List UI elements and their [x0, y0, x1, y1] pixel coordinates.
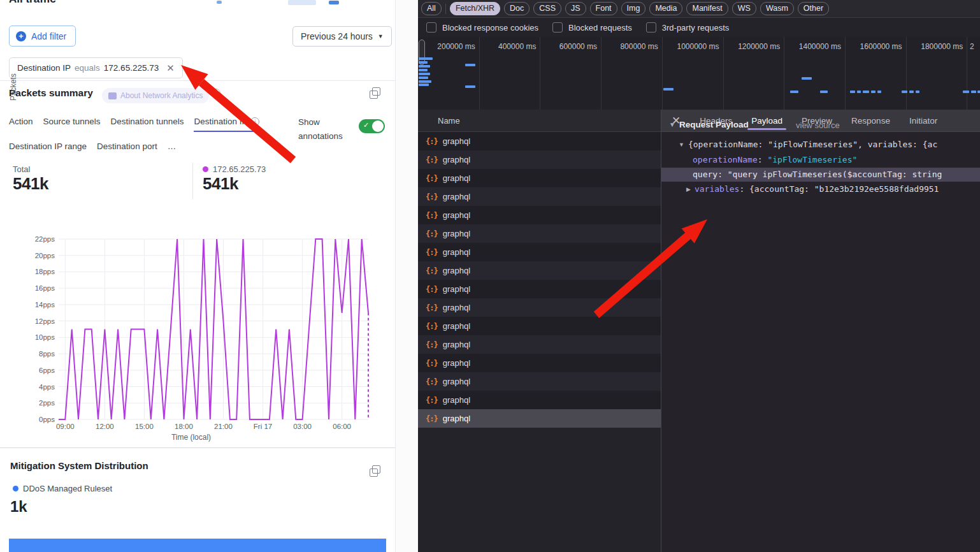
checkbox-blocked-response-cookies[interactable]: Blocked response cookies: [426, 22, 538, 33]
request-row-graphql[interactable]: {:}graphql: [418, 298, 661, 317]
devtools-network-panel: AllFetch/XHRDocCSSJSFontImgMediaManifest…: [418, 0, 980, 552]
request-row-graphql[interactable]: {:}graphql: [418, 354, 661, 372]
divider: [0, 80, 396, 81]
about-network-analytics-badge[interactable]: About Network Analytics: [102, 88, 209, 103]
expand-panel-icon[interactable]: [370, 91, 378, 99]
waterfall-mark: [419, 73, 430, 75]
waterfall-mark: [465, 64, 475, 66]
filter-pill-js[interactable]: JS: [565, 2, 586, 15]
x-tick: Fri 17: [254, 423, 272, 430]
add-filter-button[interactable]: + Add filter: [9, 25, 76, 47]
timeline-gridline: [479, 37, 480, 110]
timeline-gridline: [784, 37, 784, 110]
show-annotations-toggle[interactable]: ✓: [359, 119, 385, 133]
x-tick: 09:00: [56, 423, 75, 430]
request-name: graphql: [443, 358, 470, 368]
json-braces-icon: {:}: [426, 303, 438, 312]
payload-query-line[interactable]: query: "query ipFlowTimeseries($accountT…: [693, 170, 942, 179]
request-row-graphql[interactable]: {:}graphql: [418, 150, 661, 169]
filter-pill-all[interactable]: All: [421, 2, 442, 15]
request-row-graphql[interactable]: {:}graphql: [418, 409, 661, 428]
stat-total-value: 541k: [13, 174, 48, 194]
requests-list: Name {:}graphql{:}graphql{:}graphql{:}gr…: [418, 110, 661, 552]
network-overview-timeline[interactable]: 200000 ms400000 ms600000 ms800000 ms1000…: [418, 37, 980, 110]
tab-destination-tunnels[interactable]: Destination tunnels: [111, 117, 184, 132]
active-filter-pill[interactable]: Destination IP equals 172.65.225.73 ✕: [9, 57, 183, 78]
expand-panel-icon[interactable]: [370, 468, 378, 477]
request-row-graphql[interactable]: {:}graphql: [418, 372, 661, 391]
checkbox-icon[interactable]: [552, 22, 563, 33]
filter-pill-other[interactable]: Other: [798, 2, 829, 15]
waterfall-mark: [863, 91, 869, 93]
request-row-graphql[interactable]: {:}graphql: [418, 132, 661, 150]
checkbox-blocked-requests[interactable]: Blocked requests: [552, 22, 632, 33]
check-icon: ✓: [363, 121, 369, 129]
request-name: graphql: [443, 377, 470, 386]
view-source-link[interactable]: view source: [796, 120, 840, 130]
y-tick: 2pps: [17, 399, 55, 407]
packets-summary-title: Packets summary: [9, 87, 93, 99]
remove-filter-icon[interactable]: ✕: [166, 62, 175, 74]
filter-operator: equals: [75, 63, 100, 73]
triangle-right-icon[interactable]: ▶: [686, 186, 691, 192]
tab--[interactable]: …: [168, 142, 177, 156]
request-row-graphql[interactable]: {:}graphql: [418, 169, 661, 187]
x-axis-title: Time (local): [171, 433, 211, 442]
request-row-graphql[interactable]: {:}graphql: [418, 243, 661, 261]
request-row-graphql[interactable]: {:}graphql: [418, 206, 661, 224]
time-range-dropdown[interactable]: Previous 24 hours ▼: [292, 26, 392, 47]
tab-destination-ip-range[interactable]: Destination IP range: [9, 142, 87, 156]
filter-pill-img[interactable]: Img: [621, 2, 646, 15]
request-row-graphql[interactable]: {:}graphql: [418, 187, 661, 206]
waterfall-mark: [465, 85, 475, 88]
details-tab-initiator[interactable]: Initiator: [908, 111, 939, 131]
name-column-header[interactable]: Name: [418, 110, 661, 132]
filter-pill-media[interactable]: Media: [649, 2, 682, 15]
filter-pill-wasm[interactable]: Wasm: [760, 2, 794, 15]
y-tick: 18pps: [17, 268, 55, 275]
request-row-graphql[interactable]: {:}graphql: [418, 280, 661, 298]
json-braces-icon: {:}: [426, 174, 438, 183]
request-row-graphql[interactable]: {:}graphql: [418, 317, 661, 335]
payload-operation-name-line[interactable]: operationName: "ipFlowTimeseries": [693, 155, 857, 164]
waterfall-mark: [419, 76, 428, 79]
timeline-tick-label: 1800000 ms: [921, 42, 963, 51]
request-row-graphql[interactable]: {:}graphql: [418, 224, 661, 243]
json-braces-icon: {:}: [426, 137, 438, 146]
y-tick: 22pps: [17, 235, 55, 243]
checkbox-icon[interactable]: [646, 22, 656, 33]
request-name: graphql: [443, 266, 470, 275]
checkbox-3rd-party-requests[interactable]: 3rd-party requests: [646, 22, 730, 33]
filter-pill-css[interactable]: CSS: [533, 2, 561, 15]
request-details-panel: ✕ HeadersPayloadPreviewResponseInitiator…: [661, 110, 980, 552]
y-axis-title: Packets: [9, 73, 18, 101]
checkbox-icon[interactable]: [426, 22, 436, 33]
filter-value: 172.65.225.73: [104, 63, 159, 73]
filter-pill-ws[interactable]: WS: [732, 2, 756, 15]
divider: [445, 4, 446, 14]
filter-pill-fetch-xhr[interactable]: Fetch/XHR: [450, 2, 500, 15]
filter-pill-font[interactable]: Font: [590, 2, 617, 15]
request-row-graphql[interactable]: {:}graphql: [418, 391, 661, 409]
json-braces-icon: {:}: [426, 340, 438, 349]
tab-destination-ip[interactable]: Destination IPi: [194, 117, 259, 132]
waterfall-mark: [419, 80, 431, 83]
request-row-graphql[interactable]: {:}graphql: [418, 335, 661, 354]
series-legend-dot: [203, 166, 208, 172]
tab-action[interactable]: Action: [9, 117, 33, 132]
filter-pill-manifest[interactable]: Manifest: [686, 2, 728, 15]
checkbox-label: Blocked response cookies: [442, 23, 538, 33]
json-braces-icon: {:}: [426, 211, 438, 220]
tab-destination-port[interactable]: Destination port: [97, 142, 157, 156]
tab-source-tunnels[interactable]: Source tunnels: [43, 117, 101, 132]
payload-root-line[interactable]: ▼{operationName: "ipFlowTimeseries", var…: [679, 140, 937, 149]
triangle-down-icon[interactable]: ▼: [679, 142, 684, 148]
stat-destination-ip: 172.65.225.73 541k: [203, 164, 266, 194]
request-name: graphql: [443, 303, 470, 312]
payload-variables-line[interactable]: ▶variables: {accountTag: "b12e3b2192ee55…: [686, 184, 939, 194]
details-tab-response[interactable]: Response: [850, 111, 891, 131]
details-tab-payload[interactable]: Payload: [750, 111, 784, 131]
request-payload-section[interactable]: ▼Request Payload: [669, 120, 749, 129]
request-row-graphql[interactable]: {:}graphql: [418, 261, 661, 280]
filter-pill-doc[interactable]: Doc: [504, 2, 530, 15]
